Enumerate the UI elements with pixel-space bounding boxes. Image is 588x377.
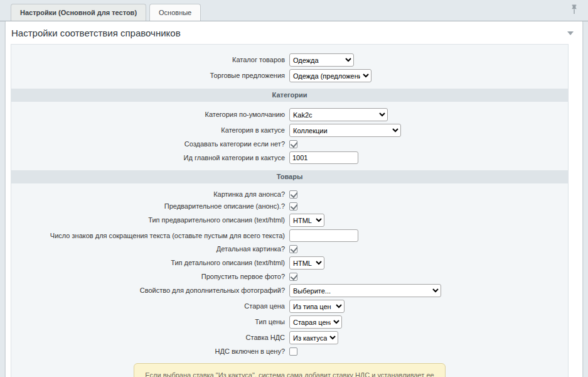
truncate-length-label: Число знаков для сокращения текста (оста… [11, 231, 289, 241]
settings-card: Настройки соответствия справочников Ката… [5, 21, 583, 377]
catalog-label: Каталог товаров [11, 55, 289, 65]
form-row: Тип цены Старая цена [11, 314, 568, 330]
vat-note: Если выбрана ставка "Из кактуса", систем… [134, 363, 445, 377]
create-categories-checkbox[interactable] [289, 140, 297, 148]
chevron-down-icon[interactable] [567, 31, 574, 35]
form-row: Ид главной категории в кактусе [11, 150, 568, 165]
preview-text-type-select[interactable]: HTML [289, 214, 324, 227]
settings-form: Каталог товаров Одежда Торговые предложе… [11, 44, 569, 377]
extra-photos-property-select[interactable]: Выберите... [289, 284, 441, 297]
price-type-select[interactable]: Старая цена [289, 315, 342, 329]
form-row: Детальная картинка? [11, 243, 568, 255]
tab-bar: Настройки (Основной для тестов) Основные [0, 0, 588, 21]
form-row: НДС включен в цену? [11, 346, 568, 358]
announce-image-label: Картинка для анонса? [11, 190, 289, 199]
form-row: Картинка для анонса? [11, 188, 568, 200]
cactus-category-label: Категория в кактусе [11, 126, 289, 135]
page-title: Настройки соответствия справочников [11, 28, 181, 38]
preview-text-label: Предварительное описание (анонс).? [11, 202, 289, 211]
form-row: Свойство для дополнительных фотографий? … [11, 283, 568, 298]
vat-included-checkbox[interactable] [289, 347, 297, 356]
main-category-id-input[interactable] [289, 151, 358, 164]
main-category-id-label: Ид главной категории в кактусе [11, 153, 289, 163]
cactus-category-select[interactable]: Коллекции [289, 124, 401, 137]
price-type-label: Тип цены [11, 317, 289, 327]
offers-select[interactable]: Одежда (предложения) [289, 69, 372, 82]
form-row: Категория по-умолчанию Kak2c [11, 107, 568, 123]
extra-photos-property-label: Свойство для дополнительных фотографий? [11, 286, 289, 295]
skip-first-photo-checkbox[interactable] [289, 273, 297, 281]
detail-text-type-select[interactable]: HTML [289, 256, 324, 270]
card-header: Настройки соответствия справочников [6, 21, 582, 44]
default-category-select[interactable]: Kak2c [289, 108, 388, 121]
detail-image-checkbox[interactable] [289, 245, 297, 253]
vat-rate-select[interactable]: Из кактуса [289, 331, 338, 344]
form-row: Создавать категории если нет? [11, 138, 568, 150]
form-row: Число знаков для сокращения текста (оста… [11, 228, 568, 243]
default-category-label: Категория по-умолчанию [11, 110, 289, 119]
pin-icon[interactable] [570, 4, 578, 16]
announce-image-checkbox[interactable] [289, 190, 297, 199]
preview-text-type-label: Тип предварительного описания (text/html… [11, 216, 289, 225]
truncate-length-input[interactable] [289, 229, 358, 242]
section-categories: Категории [11, 89, 568, 102]
detail-text-type-label: Тип детального описания (text/html) [11, 258, 289, 268]
vat-rate-label: Ставка НДС [11, 333, 289, 342]
offers-label: Торговые предложения [11, 71, 289, 80]
form-row: Категория в кактусе Коллекции [11, 123, 568, 138]
form-row: Предварительное описание (анонс).? [11, 200, 568, 212]
catalog-select[interactable]: Одежда [289, 53, 354, 67]
form-row: Старая цена Из типа цен [11, 298, 568, 314]
form-row: Тип предварительного описания (text/html… [11, 212, 568, 228]
form-row: Торговые предложения Одежда (предложения… [11, 68, 568, 84]
form-row: Пропустить первое фото? [11, 271, 568, 283]
preview-text-checkbox[interactable] [289, 202, 297, 210]
form-row: Ставка НДС Из кактуса [11, 330, 568, 346]
create-categories-label: Создавать категории если нет? [11, 139, 289, 149]
section-products: Товары [11, 170, 568, 183]
note-row: Если выбрана ставка "Из кактуса", систем… [11, 358, 568, 377]
tab-settings-main-test[interactable]: Настройки (Основной для тестов) [11, 4, 146, 21]
form-row: Каталог товаров Одежда [11, 52, 568, 68]
skip-first-photo-label: Пропустить первое фото? [11, 272, 289, 281]
old-price-label: Старая цена [11, 302, 289, 311]
form-row: Тип детального описания (text/html) HTML [11, 255, 568, 271]
detail-image-label: Детальная картинка? [11, 244, 289, 254]
old-price-select[interactable]: Из типа цен [289, 300, 345, 313]
tab-general[interactable]: Основные [149, 4, 201, 21]
vat-included-label: НДС включен в цену? [11, 347, 289, 356]
